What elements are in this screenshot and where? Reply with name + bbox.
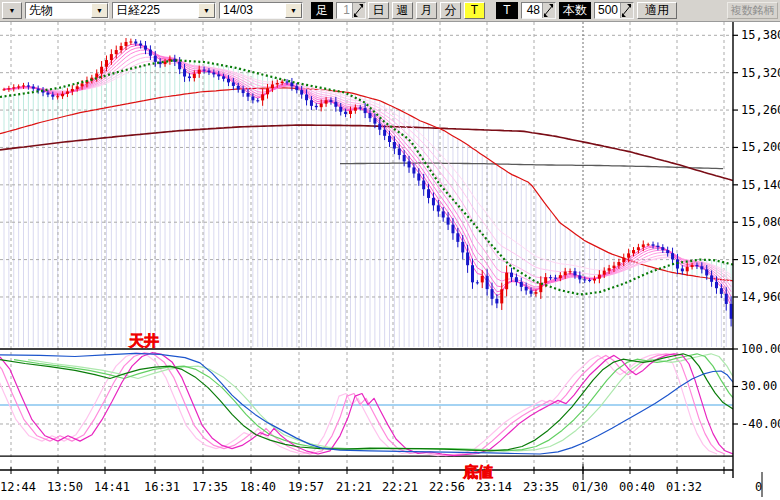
price-axis-label: 15,380 bbox=[741, 28, 780, 42]
oscillator-axis-label: -40.00 bbox=[741, 417, 780, 431]
contract-month-value: 14/03 bbox=[220, 3, 285, 18]
stoch-magenta bbox=[0, 353, 733, 456]
stoch-pink-lead-2 bbox=[0, 353, 717, 456]
price-axis-label: 15,260 bbox=[741, 103, 780, 117]
time-axis-label: 16:31 bbox=[144, 480, 180, 494]
time-axis-label-partial: 0 bbox=[755, 480, 762, 494]
time-axis-label: 22:56 bbox=[429, 480, 465, 494]
time-axis-label: 01:32 bbox=[666, 480, 702, 494]
period-minute-button[interactable]: 分 bbox=[440, 2, 461, 19]
stoch-pink-lead-1 bbox=[0, 353, 725, 456]
bar-interval-stepper[interactable]: 1 bbox=[336, 2, 366, 19]
time-axis-label: 17:35 bbox=[192, 480, 228, 494]
tick-count-value: 48 bbox=[522, 3, 542, 18]
time-axis-label: 23:14 bbox=[476, 480, 512, 494]
bar-count-value: 500 bbox=[595, 3, 620, 18]
price-axis-label: 14,960 bbox=[741, 290, 780, 304]
tick-count-stepper[interactable]: 48 bbox=[521, 2, 556, 19]
time-axis-label: 14:41 bbox=[94, 480, 130, 494]
price-axis-label: 15,140 bbox=[741, 178, 780, 192]
bar-count-stepper[interactable]: 500 bbox=[594, 2, 634, 19]
spinner-icon[interactable] bbox=[542, 3, 555, 18]
oscillator-series bbox=[0, 353, 761, 456]
price-axis-label: 15,020 bbox=[741, 253, 780, 267]
chart-window: ▼ 先物 ▼ 日経225 ▼ 14/03 ▼ 足 1 日 週 月 分 T T 4… bbox=[0, 0, 780, 500]
oscillator-axis-label: 100.00 bbox=[741, 342, 780, 356]
instrument-type-combobox[interactable]: 先物 ▼ bbox=[25, 2, 109, 19]
chevron-down-icon[interactable]: ▼ bbox=[198, 3, 215, 18]
chevron-down-icon[interactable]: ▼ bbox=[91, 3, 108, 18]
tick-label: T bbox=[496, 2, 518, 19]
time-axis-label: 12:44 bbox=[0, 480, 36, 494]
candles bbox=[3, 38, 733, 326]
toolbar: ▼ 先物 ▼ 日経225 ▼ 14/03 ▼ 足 1 日 週 月 分 T T 4… bbox=[0, 0, 780, 22]
time-axis-label: 01/30 bbox=[572, 480, 608, 494]
multi-symbol-button[interactable]: 複数銘柄 bbox=[727, 2, 778, 19]
time-axis-label: 21:21 bbox=[336, 480, 372, 494]
time-axis-label: 19:57 bbox=[288, 480, 324, 494]
spinner-icon[interactable] bbox=[352, 3, 365, 18]
instrument-name-value: 日経225 bbox=[113, 3, 198, 18]
instrument-type-value: 先物 bbox=[26, 3, 91, 18]
oscillator-axis-label: 30.00 bbox=[741, 379, 777, 393]
price-axis-label: 15,200 bbox=[741, 140, 780, 154]
period-tick-button[interactable]: T bbox=[464, 2, 485, 19]
time-axis-label: 23:35 bbox=[523, 480, 559, 494]
bar-count-label: 本数 bbox=[559, 2, 591, 19]
period-week-button[interactable]: 週 bbox=[392, 2, 413, 19]
chevron-down-icon: ▼ bbox=[9, 7, 16, 14]
time-axis-label: 18:40 bbox=[240, 480, 276, 494]
chevron-down-icon[interactable]: ▼ bbox=[285, 3, 302, 18]
chart-canvas[interactable]: 15,38015,32015,26015,20015,14015,08015,0… bbox=[0, 0, 780, 500]
time-axis-label: 13:50 bbox=[47, 480, 83, 494]
mini-dropdown-button[interactable]: ▼ bbox=[2, 2, 22, 19]
stoch-blue bbox=[0, 353, 733, 454]
contract-month-combobox[interactable]: 14/03 ▼ bbox=[219, 2, 303, 19]
bar-interval-value: 1 bbox=[337, 3, 352, 18]
bar-label: 足 bbox=[311, 2, 333, 19]
time-axis-label: 22:21 bbox=[382, 480, 418, 494]
period-month-button[interactable]: 月 bbox=[416, 2, 437, 19]
price-axis-label: 15,320 bbox=[741, 66, 780, 80]
apply-button[interactable]: 適用 bbox=[637, 2, 677, 19]
ceiling-annotation: 天井 bbox=[128, 332, 159, 350]
price-axis-label: 15,080 bbox=[741, 215, 780, 229]
spinner-icon[interactable] bbox=[620, 3, 633, 18]
period-day-button[interactable]: 日 bbox=[368, 2, 389, 19]
time-axis-label: 00:40 bbox=[619, 480, 655, 494]
instrument-name-combobox[interactable]: 日経225 ▼ bbox=[112, 2, 216, 19]
main-panel bbox=[0, 44, 733, 306]
bottom-annotation: 底値 bbox=[462, 463, 493, 481]
